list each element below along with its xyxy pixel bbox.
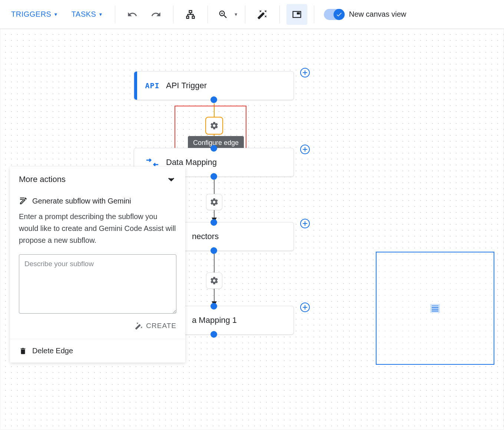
create-button[interactable]: CREATE: [135, 322, 176, 330]
tasks-dropdown[interactable]: TASKS ▼: [66, 6, 108, 22]
undo-button[interactable]: [122, 4, 143, 25]
node-label: a Mapping 1: [192, 315, 237, 325]
zoom-in-icon: [218, 9, 228, 20]
zoom-group: ▼: [215, 4, 238, 25]
note-edit-icon: [19, 196, 28, 205]
port-bottom[interactable]: [210, 247, 217, 254]
gemini-section: Generate subflow with Gemini Enter a pro…: [10, 192, 185, 339]
gemini-description: Enter a prompt describing the subflow yo…: [19, 211, 176, 246]
add-node-button[interactable]: [300, 219, 310, 228]
add-node-button[interactable]: [300, 68, 310, 77]
canvas-view-toggle[interactable]: [324, 9, 345, 20]
edge-3[interactable]: [214, 254, 215, 307]
gear-icon: [210, 198, 219, 206]
undo-icon: [127, 9, 137, 20]
toolbar: TRIGGERS ▼ TASKS ▼ ▼ New canvas view: [0, 0, 504, 29]
layout-icon: [185, 9, 196, 20]
caret-down-icon: ▼: [98, 12, 103, 17]
tasks-label: TASKS: [72, 10, 96, 19]
svg-rect-0: [297, 12, 300, 14]
gear-icon: [210, 121, 219, 130]
check-icon: [336, 11, 342, 18]
magic-wand-button[interactable]: [252, 4, 273, 25]
gear-icon: [210, 276, 219, 285]
caret-down-icon: ▼: [53, 12, 58, 17]
divider: [314, 6, 314, 23]
port-top[interactable]: [210, 219, 217, 226]
gemini-title: Generate subflow with Gemini: [19, 196, 176, 205]
divider: [115, 6, 115, 23]
edge-2[interactable]: [214, 180, 215, 222]
redo-icon: [151, 9, 161, 20]
minimap-list-icon: [430, 304, 440, 313]
port-top[interactable]: [210, 303, 217, 310]
triggers-dropdown[interactable]: TRIGGERS ▼: [6, 6, 63, 22]
node-accent: [134, 72, 137, 100]
trash-icon: [19, 347, 27, 355]
data-mapping-icon: [145, 159, 160, 166]
api-icon: API: [145, 81, 160, 90]
delete-edge-button[interactable]: Delete Edge: [10, 339, 185, 363]
node-label: API Trigger: [166, 81, 207, 90]
canvas-view-toggle-wrap: New canvas view: [324, 9, 407, 20]
triggers-label: TRIGGERS: [11, 10, 51, 19]
configure-edge-button[interactable]: [206, 272, 222, 289]
layout-button[interactable]: [180, 4, 201, 25]
node-label: Data Mapping: [166, 158, 217, 167]
panel-title: More actions: [19, 175, 66, 184]
subflow-prompt-input[interactable]: [19, 254, 176, 314]
chevron-down-icon[interactable]: [166, 174, 176, 185]
configure-edge-button[interactable]: [205, 117, 223, 135]
zoom-button[interactable]: [215, 4, 232, 25]
node-api-trigger[interactable]: API API Trigger: [134, 71, 294, 100]
toggle-knob: [334, 9, 345, 20]
divider: [173, 6, 173, 23]
divider: [279, 6, 280, 23]
port-top[interactable]: [210, 145, 217, 152]
minimap[interactable]: [376, 252, 494, 365]
node-label: nectors: [192, 232, 219, 241]
divider: [208, 6, 208, 23]
port-bottom[interactable]: [210, 96, 217, 103]
port-bottom[interactable]: [210, 173, 217, 180]
add-node-button[interactable]: [300, 145, 310, 154]
port-bottom[interactable]: [210, 331, 217, 338]
magic-wand-icon: [257, 9, 268, 20]
minimap-icon: [292, 9, 302, 20]
minimap-toggle-button[interactable]: [286, 4, 307, 25]
magic-wand-icon: [135, 322, 143, 330]
add-node-button[interactable]: [300, 302, 310, 312]
divider: [245, 6, 245, 23]
more-actions-panel: More actions Generate subflow with Gemin…: [10, 167, 185, 363]
panel-header[interactable]: More actions: [10, 167, 185, 192]
canvas-view-label: New canvas view: [349, 10, 407, 19]
caret-down-icon[interactable]: ▼: [234, 12, 238, 17]
redo-button[interactable]: [146, 4, 166, 25]
configure-edge-button[interactable]: [206, 194, 222, 210]
